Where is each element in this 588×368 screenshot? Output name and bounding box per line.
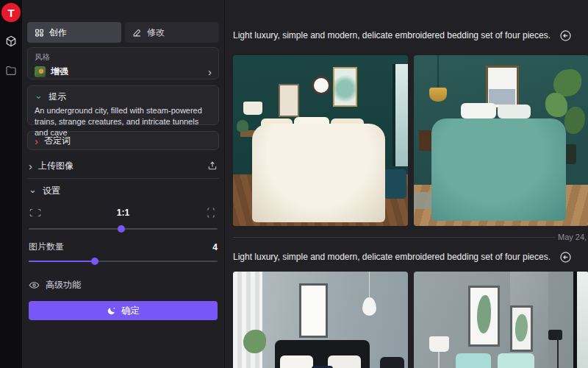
generation-feed: Light luxury, simple and modern, delicat… [225,0,588,368]
advanced-features-toggle[interactable]: 高级功能 [29,277,218,292]
pillow [498,353,534,368]
generation-caption: Light luxury, simple and modern, delicat… [233,252,551,262]
lamp-cord [369,272,370,299]
style-thumbnail-icon [35,66,46,77]
slider-knob[interactable] [91,258,98,265]
table-lamp [243,102,262,116]
pillow [280,355,313,368]
chevron-down-icon [29,186,37,196]
advanced-features-label: 高级功能 [46,279,81,291]
app-logo[interactable]: T [1,3,21,22]
pillow [498,105,531,118]
pillow [328,355,361,368]
plant [243,330,266,353]
generated-image-4[interactable] [414,272,588,368]
generation-group-header: Light luxury, simple and modern, delicat… [233,251,588,263]
negative-label: 否定词 [44,135,71,147]
eye-icon [29,280,40,291]
armchair [384,169,406,198]
wall-art [299,283,327,338]
negative-section[interactable]: 否定词 [27,131,219,150]
cube-icon[interactable] [5,35,17,47]
bed [252,124,385,223]
chevron-right-icon [208,66,212,77]
date-label: May 24, 2 [558,233,588,241]
prompt-section: 提示 An underground city, filled with stea… [27,85,219,125]
bed [431,118,566,221]
image-count-value: 4 [64,242,218,252]
settings-section: 设置 1:1 图片数量 4 高级功能 [27,179,219,320]
pillow [461,103,496,118]
leaf-print [477,295,491,333]
grid-icon [35,28,44,38]
tab-create[interactable]: 创作 [27,22,121,43]
table-lamp [429,336,448,352]
confirm-button-label: 确定 [121,305,140,317]
plant [237,120,249,132]
moon-icon [107,306,116,316]
upload-label: 上传图像 [38,160,201,172]
crop-portrait-icon[interactable] [204,207,218,219]
style-selector[interactable]: 增强 [35,66,212,78]
chevron-right-icon [29,160,32,171]
pendant-lamp [362,297,376,316]
curtain [233,272,262,368]
style-label: 风格 [35,52,212,63]
mode-tabs: 创作 修改 [27,22,219,43]
image-count-label: 图片数量 [29,241,64,253]
wall-clock [312,76,331,95]
image-grid [233,55,588,226]
plant [545,93,568,116]
generated-image-2[interactable] [414,55,588,226]
generated-image-1[interactable] [233,55,408,226]
window [573,272,588,368]
chevron-down-icon [35,92,43,102]
control-panel: 创作 修改 风格 增强 提示 An underground city, fill… [22,0,225,368]
style-value: 增强 [51,66,203,78]
generation-group-header: Light luxury, simple and modern, delicat… [233,29,588,41]
style-section: 风格 增强 [27,47,219,79]
lamp-stand [438,352,440,368]
lamp-cord [437,55,439,89]
aspect-ratio-value: 1:1 [42,208,204,218]
edit-icon [132,28,142,38]
pillow [312,366,333,368]
divider [233,237,555,238]
crop-landscape-icon[interactable] [29,207,42,219]
reuse-arrow-icon[interactable] [559,251,572,263]
confirm-button[interactable]: 确定 [29,301,218,320]
chair [380,357,404,368]
pillow [456,353,491,368]
plant [564,107,586,134]
image-count-row: 图片数量 4 [29,241,218,253]
wall-art [489,89,515,105]
generated-image-3[interactable] [233,272,408,368]
aspect-ratio-slider[interactable] [29,224,218,233]
tab-create-label: 创作 [49,26,67,39]
tab-edit[interactable]: 修改 [125,22,219,43]
prompt-header[interactable]: 提示 [35,91,212,103]
chevron-right-icon [35,135,38,146]
upload-icon [207,160,218,171]
aspect-ratio-row: 1:1 [29,205,218,221]
tab-edit-label: 修改 [147,26,165,39]
wall-art [333,67,357,106]
image-count-slider[interactable] [29,257,218,266]
date-divider: May 24, 2 [233,232,588,242]
floor-lamp [548,330,562,340]
wall-art [279,84,300,116]
reuse-arrow-icon[interactable] [559,29,572,42]
pendant-lamp [429,88,447,102]
settings-header[interactable]: 设置 [29,185,218,197]
generation-caption: Light luxury, simple and modern, delicat… [233,30,551,40]
folder-icon[interactable] [5,65,17,77]
prompt-label: 提示 [49,91,66,103]
plant [553,69,581,96]
floor-lamp [557,336,559,368]
settings-label: 设置 [43,185,60,197]
icon-rail: T [0,0,22,368]
slider-knob[interactable] [118,225,125,233]
window [392,64,408,166]
image-grid [233,272,588,368]
upload-section[interactable]: 上传图像 [29,158,218,174]
